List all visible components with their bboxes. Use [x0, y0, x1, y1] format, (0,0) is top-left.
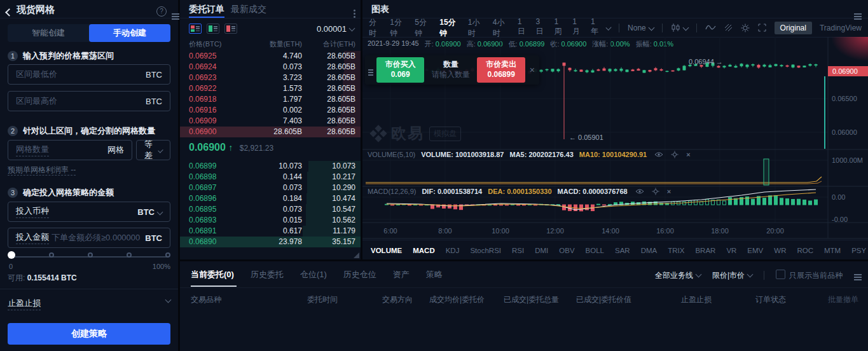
price-type-select[interactable]: 限价|市价 [712, 270, 752, 281]
timeframe-1小时[interactable]: 1小时 [468, 17, 485, 39]
timeframe-1日[interactable]: 1日 [518, 17, 528, 39]
indicator-tab-psy[interactable]: PSY [851, 247, 866, 254]
ask-row[interactable]: 0.069181.79728.605B [180, 94, 361, 105]
eye-icon[interactable] [654, 151, 663, 158]
indicator-tab-kdj[interactable]: KDJ [446, 247, 460, 254]
tab-manual-create[interactable]: 手动创建 [89, 24, 170, 42]
slider-knob[interactable] [8, 251, 15, 259]
range-low-input[interactable]: 区间最低价 BTC [8, 64, 170, 85]
bid-row[interactable]: 0.068930.01510.562 [180, 215, 361, 226]
quantity-input[interactable]: 数量 请输入数量 [426, 57, 475, 83]
bid-row[interactable]: 0.068950.07310.547 [180, 204, 361, 215]
timeframe-分时[interactable]: 分时 [369, 17, 382, 39]
orders-tab-当前委托(0)[interactable]: 当前委托(0) [191, 269, 234, 280]
orders-tab-资产[interactable]: 资产 [393, 269, 410, 280]
indicator-tab-sar[interactable]: SAR [615, 247, 630, 254]
chart-settings-gear-icon[interactable] [741, 24, 750, 32]
grid-count-input[interactable]: 网格数量 网格 [8, 140, 132, 160]
range-high-input[interactable]: 区间最高价 BTC [8, 91, 170, 111]
fullscreen-icon[interactable] [758, 24, 766, 32]
indicator-tab-dma[interactable]: DMA [641, 247, 658, 254]
indicator-tab-obv[interactable]: OBV [559, 247, 574, 254]
ask-row[interactable]: 0.069240.07328.605B [180, 62, 361, 72]
ask-row[interactable]: 0.069160.00228.605B [180, 105, 361, 116]
back-chevron-icon[interactable] [6, 6, 12, 18]
gear-icon[interactable] [652, 188, 659, 195]
panel-drag-icon[interactable] [354, 6, 355, 17]
chart-type-select[interactable] [671, 23, 688, 32]
create-strategy-button[interactable]: 创建策略 [8, 323, 170, 345]
indicator-tab-vr[interactable]: VR [726, 247, 736, 254]
gear-icon[interactable] [671, 151, 679, 158]
tab-smart-create[interactable]: 智能创建 [8, 24, 89, 42]
bid-row[interactable]: 0.0689910.07310.073 [180, 161, 361, 172]
indicator-tab-brar[interactable]: BRAR [695, 247, 715, 254]
indicator-tab-trix[interactable]: TRIX [668, 247, 684, 254]
draw-tools-icon[interactable] [724, 24, 733, 32]
timeframe-1月[interactable]: 1月 [572, 17, 582, 39]
resize-handle[interactable] [354, 252, 359, 258]
grid-mode-select[interactable]: 等差 [136, 140, 170, 160]
close-icon[interactable]: × [686, 151, 690, 158]
ask-row[interactable]: 0.069097.40328.605B [180, 116, 361, 127]
help-icon[interactable]: ? [156, 4, 167, 17]
business-line-select[interactable]: 全部业务线 [655, 270, 701, 281]
timeframe-5分钟[interactable]: 5分钟 [415, 17, 431, 39]
tab-order-book[interactable]: 委托订单 [189, 4, 224, 15]
line-overlay-icon[interactable] [705, 24, 716, 31]
chart-mode-original[interactable]: Original [775, 22, 812, 34]
orders-menu-icon[interactable] [854, 271, 862, 280]
ask-row[interactable]: 0.0690028.605B28.605B [180, 127, 361, 137]
orders-tab-策略[interactable]: 策略 [426, 269, 443, 280]
orders-tab-历史委托[interactable]: 历史委托 [251, 269, 284, 280]
indicator-tab-volume[interactable]: VOLUME [371, 247, 402, 254]
market-buy-button[interactable]: 市价买入0.069 [376, 57, 424, 83]
eye-icon[interactable] [635, 188, 644, 195]
market-sell-button[interactable]: 市价卖出0.06899 [477, 57, 525, 83]
current-pair-checkbox[interactable]: 只展示当前品种 [776, 270, 843, 281]
indicator-tab-mtm[interactable]: MTM [824, 247, 841, 254]
precision-select[interactable]: 0.00001 [317, 24, 354, 34]
tab-recent-trades[interactable]: 最新成交 [231, 4, 266, 15]
timeframe-15分钟[interactable]: 15分钟 [439, 17, 460, 39]
indicator-tab-boll[interactable]: BOLL [586, 247, 604, 254]
timeframe-1周[interactable]: 1周 [554, 17, 564, 39]
panel-title: 现货网格 [17, 4, 55, 16]
orders-tab-历史仓位[interactable]: 历史仓位 [343, 269, 376, 280]
indicator-tab-rsi[interactable]: RSI [512, 247, 524, 254]
orders-tab-仓位(1)[interactable]: 仓位(1) [300, 269, 327, 280]
book-view-asks-icon[interactable] [224, 24, 237, 34]
overlay-indicator-select[interactable]: None [628, 24, 654, 32]
bid-row[interactable]: 0.068960.18410.474 [180, 193, 361, 204]
bid-row[interactable]: 0.0689023.97835.157 [180, 237, 361, 247]
bid-row[interactable]: 0.068910.61711.179 [180, 226, 361, 237]
ask-row[interactable]: 0.069221.57328.605B [180, 83, 361, 94]
indicator-tab-roc[interactable]: ROC [797, 247, 813, 254]
invest-currency-select[interactable]: 投入币种 BTC [8, 202, 170, 222]
orderbook-panel: 委托订单 最新成交 0.00001 价格(BTC) 数量(ETH) 合计(ETH… [180, 0, 361, 259]
book-view-both-icon[interactable] [189, 24, 202, 34]
ask-row[interactable]: 0.069233.72328.605B [180, 72, 361, 83]
tpsl-toggle[interactable]: 止盈止损 [8, 298, 170, 310]
timeframe-3日[interactable]: 3日 [536, 17, 546, 39]
indicator-tab-emv[interactable]: EMV [747, 247, 763, 254]
book-view-bids-icon[interactable] [207, 24, 219, 34]
ask-row[interactable]: 0.069254.74028.605B [180, 51, 361, 62]
close-icon[interactable]: × [667, 188, 671, 195]
indicator-tab-macd[interactable]: MACD [413, 247, 435, 254]
last-price-row[interactable]: 0.06900 ↑ $2,921.23 [189, 142, 273, 153]
indicator-tab-wr[interactable]: WR [774, 247, 786, 254]
indicator-tab-dmi[interactable]: DMI [535, 247, 548, 254]
indicator-tab-stochrsi[interactable]: StochRSI [470, 247, 501, 254]
invest-amount-input[interactable]: 投入金额 下单金额必须≥0.000000 BTC [8, 228, 170, 248]
bid-row[interactable]: 0.068980.14410.217 [180, 172, 361, 182]
widget-close-icon[interactable]: × [530, 65, 535, 75]
timeframe-1分钟[interactable]: 1分钟 [390, 17, 406, 39]
timeframe-more-chevron-icon[interactable] [605, 25, 611, 31]
widget-drag-icon[interactable] [368, 64, 373, 76]
bid-row[interactable]: 0.068970.07310.290 [180, 182, 361, 193]
timeframe-1年[interactable]: 1年 [591, 17, 601, 39]
table-header-8[interactable]: 批量撤单 [828, 294, 858, 305]
timeframe-4小时[interactable]: 4小时 [493, 17, 509, 39]
chart-mode-tradingview[interactable]: TradingView [820, 24, 862, 32]
